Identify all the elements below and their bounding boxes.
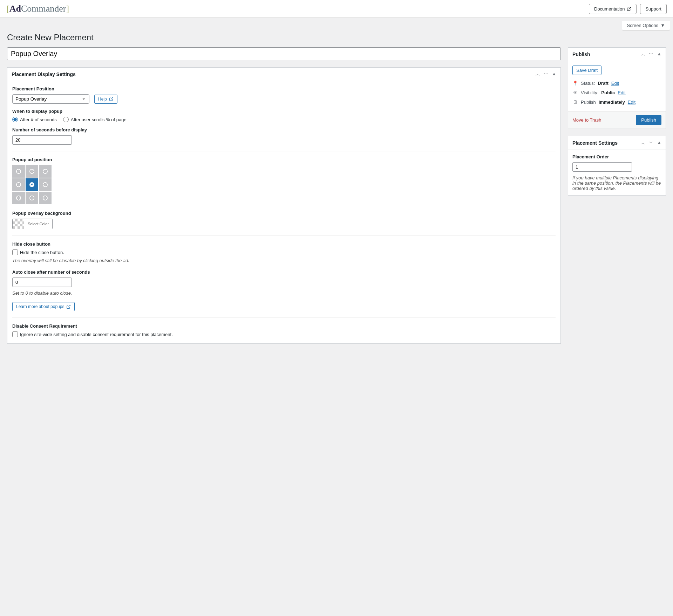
screen-options-button[interactable]: Screen Options ▼ [622, 21, 670, 30]
position-label: Placement Position [12, 86, 556, 91]
publish-heading: Publish [572, 52, 590, 57]
svg-line-1 [111, 97, 113, 100]
svg-line-0 [629, 7, 631, 9]
order-note: If you have multiple Placements displayi… [572, 175, 661, 191]
seconds-label: Number of seconds before display [12, 127, 556, 132]
save-draft-button[interactable]: Save Draft [572, 66, 601, 75]
order-label: Placement Order [572, 154, 661, 159]
placement-settings-box: Placement Settings ︿ ﹀ ▲ Placement Order… [568, 136, 666, 196]
caret-down-icon: ▼ [660, 23, 665, 28]
adpos-top-center[interactable] [26, 165, 38, 178]
consent-checkbox[interactable]: Ignore site-wide setting and disable con… [12, 331, 556, 337]
publish-time-label: Publish [581, 100, 596, 105]
adpos-top-left[interactable] [12, 165, 25, 178]
publish-button[interactable]: Publish [636, 115, 661, 125]
panel-down-icon[interactable]: ﹀ [649, 140, 653, 146]
placement-settings-heading: Placement Settings [572, 140, 618, 146]
adpos-grid [12, 165, 556, 204]
consent-label: Disable Consent Requirement [12, 323, 556, 329]
panel-collapse-icon[interactable]: ▲ [657, 140, 661, 146]
visibility-value: Public [601, 90, 615, 95]
hide-close-label: Hide close button [12, 241, 556, 247]
adpos-middle-center[interactable] [26, 178, 38, 191]
help-button[interactable]: Help [94, 95, 117, 104]
visibility-label: Visibility: [581, 90, 598, 95]
order-input[interactable] [572, 162, 632, 172]
panel-up-icon[interactable]: ︿ [641, 140, 645, 146]
publish-box: Publish ︿ ﹀ ▲ Save Draft 📍 Status: Draft… [568, 47, 666, 129]
autoclose-input[interactable] [12, 278, 72, 287]
display-settings-box: Placement Display Settings ︿ ﹀ ▲ Placeme… [7, 67, 561, 344]
panel-collapse-icon[interactable]: ▲ [657, 51, 661, 57]
adpos-middle-right[interactable] [39, 178, 52, 191]
adpos-label: Popup ad position [12, 157, 556, 162]
external-link-icon [66, 304, 71, 309]
bg-label: Popup overlay background [12, 211, 556, 216]
edit-visibility-link[interactable]: Edit [618, 90, 625, 95]
logo: [AdCommander] [6, 4, 69, 14]
calendar-icon: 🗓 [572, 100, 578, 105]
svg-line-2 [68, 305, 70, 307]
color-picker[interactable]: Select Color [12, 219, 53, 229]
edit-schedule-link[interactable]: Edit [628, 100, 635, 105]
documentation-button[interactable]: Documentation [589, 4, 637, 14]
adpos-middle-left[interactable] [12, 178, 25, 191]
seconds-input[interactable] [12, 135, 72, 145]
eye-icon: 👁 [572, 90, 578, 95]
adpos-bottom-right[interactable] [39, 192, 52, 204]
publish-time-value: immediately [599, 100, 625, 105]
move-to-trash-link[interactable]: Move to Trash [572, 117, 601, 123]
panel-up-icon[interactable]: ︿ [536, 71, 540, 77]
when-label: When to display popup [12, 109, 556, 114]
autoclose-note: Set to 0 to disable auto close. [12, 290, 556, 296]
top-bar: [AdCommander] Documentation Support [0, 0, 673, 18]
color-swatch [13, 219, 24, 229]
hide-close-checkbox[interactable]: Hide the close button. [12, 249, 556, 255]
status-label: Status: [581, 81, 595, 86]
panel-collapse-icon[interactable]: ▲ [552, 71, 556, 77]
learn-more-button[interactable]: Learn more about popups [12, 302, 75, 311]
placement-position-select[interactable]: Popup Overlay [12, 94, 89, 104]
status-value: Draft [598, 81, 608, 86]
autoclose-label: Auto close after number of seconds [12, 269, 556, 275]
edit-status-link[interactable]: Edit [611, 81, 619, 86]
page-title: Create New Placement [7, 33, 666, 42]
pin-icon: 📍 [572, 81, 578, 86]
panel-up-icon[interactable]: ︿ [641, 51, 645, 57]
select-color-button[interactable]: Select Color [24, 219, 52, 229]
adpos-bottom-center[interactable] [26, 192, 38, 204]
panel-down-icon[interactable]: ﹀ [649, 51, 653, 57]
display-settings-heading: Placement Display Settings [12, 71, 76, 77]
external-link-icon [627, 7, 631, 11]
panel-down-icon[interactable]: ﹀ [544, 71, 548, 77]
hide-close-note: The overlay will still be closable by cl… [12, 258, 556, 263]
adpos-bottom-left[interactable] [12, 192, 25, 204]
placement-title-input[interactable] [7, 47, 561, 60]
external-link-icon [109, 97, 114, 101]
support-button[interactable]: Support [640, 4, 667, 14]
adpos-top-right[interactable] [39, 165, 52, 178]
when-scroll-radio[interactable]: After user scrolls % of page [63, 117, 127, 122]
when-seconds-radio[interactable]: After # of seconds [12, 117, 57, 122]
